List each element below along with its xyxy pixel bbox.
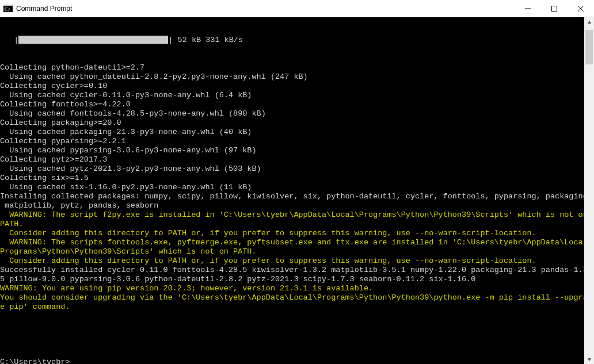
maximize-button[interactable] [541,0,568,17]
terminal-line: e pip' command. [0,302,584,312]
terminal-line: Using cached pyparsing-3.0.6-py3-none-an… [0,146,584,155]
terminal-line: WARNING: The script f2py.exe is installe… [0,210,584,220]
terminal-line: Using cached six-1.16.0-py2.py3-none-any… [0,183,584,192]
prompt[interactable]: C:\Users\tyebr> [0,358,584,364]
terminal-line: Using cached cycler-0.11.0-py3-none-any.… [0,91,584,100]
vertical-scrollbar[interactable] [584,17,594,364]
terminal-line: 5 pillow-9.0.0 pyparsing-3.0.6 python-da… [0,275,584,284]
progress-line: || 52 kB 331 kB/s [0,36,584,45]
svg-marker-7 [588,21,591,24]
window-controls [515,0,594,17]
terminal-line: Installing collected packages: numpy, sc… [0,192,584,201]
scroll-down-button[interactable] [584,354,594,364]
svg-rect-1 [3,5,13,6]
svg-rect-4 [552,6,557,11]
terminal-line: Using cached packaging-21.3-py3-none-any… [0,128,584,137]
terminal-line: You should consider upgrading via the 'C… [0,293,584,302]
terminal-line: Using cached fonttools-4.28.5-py3-none-a… [0,109,584,118]
terminal-line: Using cached python_dateutil-2.8.2-py2.p… [0,72,584,82]
terminal-line: Collecting six>=1.5 [0,174,584,183]
terminal-line: Consider adding this directory to PATH o… [0,256,584,266]
close-button[interactable] [568,0,594,17]
terminal-line: Collecting fonttools>=4.22.0 [0,100,584,109]
terminal-line: Collecting python-dateutil>=2.7 [0,63,584,72]
scroll-up-button[interactable] [584,17,594,27]
scroll-thumb[interactable] [585,30,593,64]
empty-line [0,330,584,339]
terminal-line: Collecting pytz>=2017.3 [0,155,584,164]
terminal-line: Collecting pyparsing>=2.2.1 [0,137,584,146]
terminal-output[interactable]: || 52 kB 331 kB/s Collecting python-date… [0,17,584,364]
window-title: Command Prompt [16,5,515,13]
terminal-line: PATH. [0,220,584,229]
terminal-line: Collecting packaging>=20.0 [0,118,584,128]
terminal-line: Collecting cycler>=0.10 [0,82,584,91]
terminal-line: Consider adding this directory to PATH o… [0,229,584,238]
terminal-line: WARNING: You are using pip version 20.2.… [0,284,584,293]
terminal-line: Successfully installed cycler-0.11.0 fon… [0,266,584,275]
terminal-line: Using cached pytz-2021.3-py2.py3-none-an… [0,164,584,174]
svg-marker-8 [588,358,591,361]
title-bar: C:\ Command Prompt [0,0,594,17]
terminal-line: Programs\Python\Python39\Scripts' which … [0,247,584,256]
terminal-line: WARNING: The scripts fonttools.exe, pyft… [0,238,584,247]
scroll-track[interactable] [584,27,594,354]
minimize-button[interactable] [515,0,541,17]
progress-text: | 52 kB 331 kB/s [168,36,243,44]
svg-text:C:\: C:\ [5,7,11,12]
progress-fill [18,36,168,44]
app-icon: C:\ [3,4,13,13]
terminal-line: matplotlib, pytz, pandas, seaborn [0,201,584,210]
